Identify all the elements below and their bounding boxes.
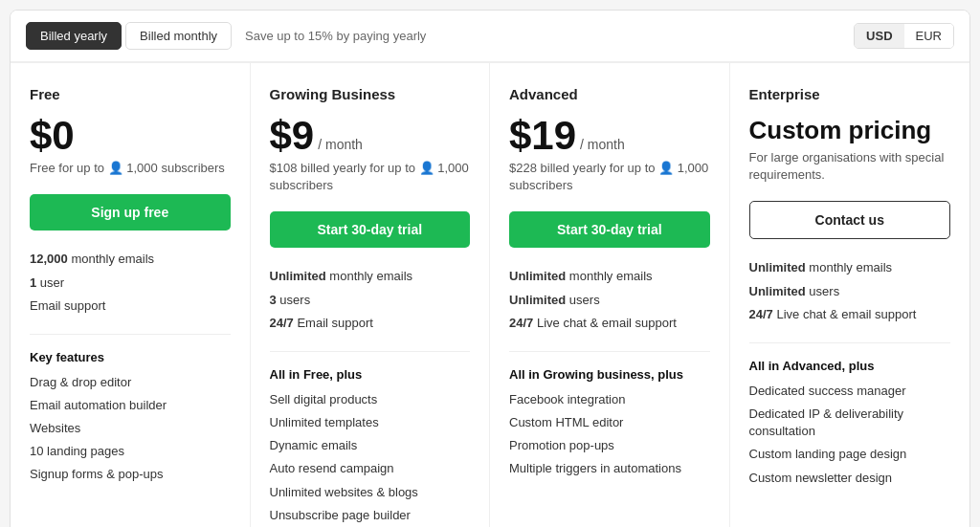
usd-button[interactable]: USD (855, 24, 903, 48)
feature-item-growing-1: Unlimited templates (270, 414, 471, 431)
plan-price-enterprise: Custom pricing (749, 116, 951, 145)
plan-basic-features-free: 12,000 monthly emails1 userEmail support (30, 250, 231, 335)
feature-item-advanced-1: Custom HTML editor (509, 414, 710, 431)
save-text: Save up to 15% by paying yearly (245, 29, 426, 43)
plan-price-main-free: $0 (30, 116, 75, 156)
feature-item-growing-5: Unsubscribe page builder (270, 507, 471, 524)
plan-subtitle-growing: $108 billed yearly for up to 👤 1,000 sub… (270, 160, 471, 194)
plan-subtitle-free: Free for up to 👤 1,000 subscribers (30, 160, 231, 177)
basic-feature-free-2: Email support (30, 296, 231, 316)
plan-price-main-advanced: $19 (509, 116, 576, 156)
top-bar: Billed yearly Billed monthly Save up to … (11, 11, 969, 62)
basic-feature-growing-1: 3 users (270, 291, 471, 310)
basic-feature-enterprise-1: Unlimited users (749, 282, 951, 301)
plan-name-advanced: Advanced (509, 86, 710, 102)
plan-name-free: Free (30, 86, 231, 102)
plan-price-main-growing: $9 (270, 116, 315, 156)
feature-item-growing-4: Unlimited websites & blogs (270, 484, 471, 501)
feature-item-advanced-0: Facebook integration (509, 391, 710, 408)
plan-cta-free[interactable]: Sign up free (30, 194, 231, 231)
basic-feature-growing-2: 24/7 Email support (270, 314, 471, 333)
basic-feature-enterprise-0: Unlimited monthly emails (749, 258, 951, 277)
basic-feature-growing-0: Unlimited monthly emails (270, 267, 471, 286)
plan-price-period-growing: / month (318, 137, 363, 152)
plan-cta-enterprise[interactable]: Contact us (749, 201, 951, 239)
feature-item-free-2: Websites (30, 420, 231, 437)
plan-subtitle-enterprise: For large organisations with special req… (749, 149, 951, 184)
feature-item-advanced-2: Promotion pop-ups (509, 437, 710, 454)
billing-toggle: Billed yearly Billed monthly Save up to … (26, 22, 426, 50)
basic-feature-advanced-2: 24/7 Live chat & email support (509, 314, 710, 333)
feature-item-enterprise-0: Dedicated success manager (749, 383, 951, 400)
features-title-enterprise: All in Advanced, plus (749, 359, 951, 373)
feature-item-free-1: Email automation builder (30, 397, 231, 414)
feature-item-enterprise-3: Custom newsletter design (749, 470, 951, 487)
plan-price-period-advanced: / month (580, 137, 625, 152)
plan-price-row-advanced: $19/ month (509, 116, 710, 156)
features-title-growing: All in Free, plus (270, 367, 471, 382)
plan-cta-advanced[interactable]: Start 30-day trial (509, 211, 710, 248)
plan-price-row-free: $0 (30, 116, 231, 156)
plan-col-free: Free$0Free for up to 👤 1,000 subscribers… (11, 63, 251, 527)
plan-col-growing: Growing Business$9/ month$108 billed yea… (251, 63, 491, 527)
plan-name-enterprise: Enterprise (749, 86, 951, 102)
feature-item-free-3: 10 landing pages (30, 443, 231, 460)
plan-col-advanced: Advanced$19/ month$228 billed yearly for… (490, 63, 730, 527)
plan-basic-features-enterprise: Unlimited monthly emailsUnlimited users2… (749, 258, 951, 343)
pricing-container: Billed yearly Billed monthly Save up to … (10, 10, 970, 527)
feature-item-free-0: Drag & drop editor (30, 374, 231, 391)
plan-cta-growing[interactable]: Start 30-day trial (270, 211, 471, 248)
basic-feature-advanced-1: Unlimited users (509, 291, 710, 310)
feature-item-enterprise-2: Custom landing page design (749, 446, 951, 463)
basic-feature-enterprise-2: 24/7 Live chat & email support (749, 305, 951, 324)
feature-item-enterprise-1: Dedicated IP & deliverability consultati… (749, 406, 951, 440)
plans-grid: Free$0Free for up to 👤 1,000 subscribers… (11, 62, 969, 527)
feature-item-growing-2: Dynamic emails (270, 437, 471, 454)
features-title-free: Key features (30, 350, 231, 364)
plan-basic-features-growing: Unlimited monthly emails3 users24/7 Emai… (270, 267, 471, 352)
basic-feature-free-1: 1 user (30, 274, 231, 293)
feature-item-growing-0: Sell digital products (270, 391, 471, 408)
plan-col-enterprise: EnterpriseCustom pricingFor large organi… (730, 63, 970, 527)
currency-toggle: USD EUR (854, 23, 954, 49)
feature-item-free-4: Signup forms & pop-ups (30, 466, 231, 483)
basic-feature-advanced-0: Unlimited monthly emails (509, 267, 710, 286)
plan-price-row-growing: $9/ month (270, 116, 471, 156)
plan-name-growing: Growing Business (270, 86, 471, 102)
feature-item-growing-3: Auto resend campaign (270, 460, 471, 477)
eur-button[interactable]: EUR (904, 24, 953, 48)
plan-basic-features-advanced: Unlimited monthly emailsUnlimited users2… (509, 267, 710, 352)
plan-subtitle-advanced: $228 billed yearly for up to 👤 1,000 sub… (509, 160, 710, 194)
feature-item-advanced-3: Multiple triggers in automations (509, 460, 710, 477)
billed-yearly-button[interactable]: Billed yearly (26, 22, 122, 50)
billed-monthly-button[interactable]: Billed monthly (125, 22, 232, 50)
basic-feature-free-0: 12,000 monthly emails (30, 250, 231, 269)
features-title-advanced: All in Growing business, plus (509, 367, 710, 382)
